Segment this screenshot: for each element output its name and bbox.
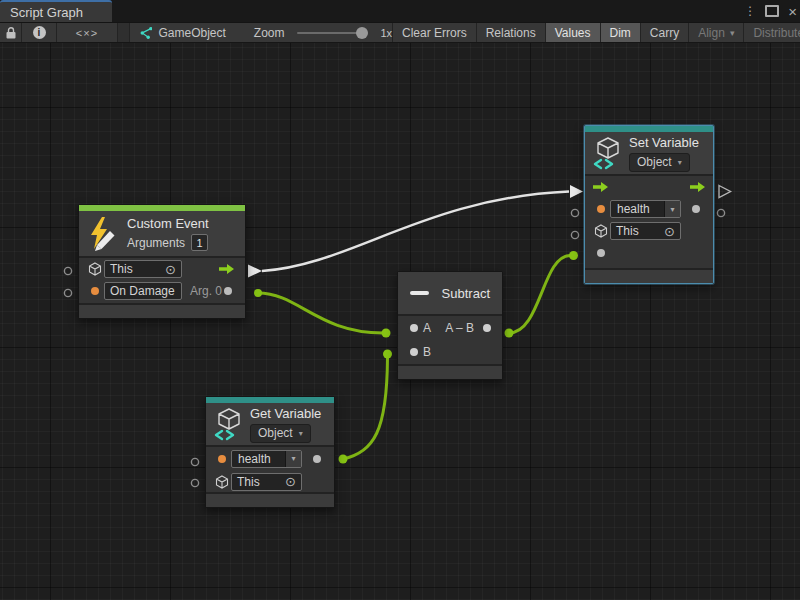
value-output-port[interactable] xyxy=(692,205,700,213)
dropdown-arrow-icon[interactable]: ▾ xyxy=(664,201,680,217)
lock-icon xyxy=(5,26,17,40)
value-port-orange[interactable] xyxy=(91,287,99,295)
scope-dropdown[interactable]: Object ▾ xyxy=(250,424,311,443)
gameobject-label: GameObject xyxy=(158,26,225,40)
dim-button[interactable]: Dim xyxy=(601,23,641,42)
variable-name-dropdown[interactable]: health ▾ xyxy=(610,200,681,218)
values-button[interactable]: Values xyxy=(546,23,601,42)
input-port-a[interactable] xyxy=(410,324,418,332)
zoom-slider[interactable] xyxy=(297,27,367,39)
window-menu-icon[interactable]: ⋮ xyxy=(744,5,756,17)
custom-event-icon xyxy=(87,216,119,252)
maximize-icon[interactable] xyxy=(765,5,779,17)
value-input-port[interactable] xyxy=(597,249,605,257)
object-picker-icon[interactable]: ⊙ xyxy=(660,225,675,238)
align-button[interactable]: Align ▾ xyxy=(689,23,744,42)
set-variable-flow-row xyxy=(585,176,713,198)
node-footer xyxy=(585,268,713,283)
zoom-value: 1x xyxy=(380,27,392,39)
node-set-variable[interactable]: Set Variable Object ▾ health ▾ xyxy=(584,125,714,284)
node-footer xyxy=(79,303,245,318)
clear-errors-label: Clear Errors xyxy=(402,26,467,40)
align-dropdown-icon: ▾ xyxy=(730,28,735,38)
set-variable-header[interactable]: Set Variable Object ▾ xyxy=(585,132,713,176)
zoom-label: Zoom xyxy=(254,26,285,40)
code-view-button[interactable]: <×> xyxy=(57,23,118,42)
flow-out-arrow-icon[interactable] xyxy=(218,263,235,275)
event-name-value: On Damage xyxy=(110,284,175,298)
target-field[interactable]: This ⊙ xyxy=(104,260,182,278)
node-title: Get Variable xyxy=(250,406,321,421)
dropdown-arrow-icon[interactable]: ▾ xyxy=(285,451,301,467)
clear-errors-button[interactable]: Clear Errors xyxy=(393,23,477,42)
variable-name-value: health xyxy=(232,451,285,467)
node-title: Custom Event xyxy=(127,216,209,231)
flow-in-arrow-icon[interactable] xyxy=(592,181,609,193)
object-picker-icon[interactable]: ⊙ xyxy=(161,263,176,276)
value-output-port[interactable] xyxy=(313,455,321,463)
window-controls: ⋮ × xyxy=(744,0,797,22)
dropdown-arrow-icon: ▾ xyxy=(678,158,682,167)
cube-icon xyxy=(215,475,229,489)
arguments-count-field[interactable]: 1 xyxy=(191,234,208,251)
target-value: This xyxy=(616,224,639,238)
toolbar-separator xyxy=(118,23,130,42)
value-port-orange[interactable] xyxy=(218,455,226,463)
node-custom-event[interactable]: Custom Event Arguments 1 This ⊙ xyxy=(78,204,246,319)
input-a-label: A xyxy=(423,321,431,335)
node-footer xyxy=(398,364,502,379)
value-port-orange[interactable] xyxy=(597,205,605,213)
node-get-variable[interactable]: Get Variable Object ▾ health ▾ xyxy=(205,396,335,508)
tab-label: Script Graph xyxy=(10,5,83,20)
node-subtract[interactable]: Subtract A A – B B xyxy=(397,271,503,380)
tab-script-graph[interactable]: Script Graph xyxy=(0,0,112,22)
zoom-slider-handle[interactable] xyxy=(356,27,368,39)
cube-icon xyxy=(88,262,102,276)
align-label: Align xyxy=(698,26,725,40)
distribute-button[interactable]: Distribute ▾ xyxy=(744,23,800,42)
input-b-label: B xyxy=(423,345,431,359)
node-title: Subtract xyxy=(442,286,490,301)
target-value: This xyxy=(110,262,133,276)
distribute-label: Distribute xyxy=(753,26,800,40)
carry-button[interactable]: Carry xyxy=(641,23,689,42)
title-bar: Script Graph ⋮ × xyxy=(0,0,800,22)
scope-value: Object xyxy=(637,155,672,169)
node-footer xyxy=(206,492,334,507)
set-variable-name-row: health ▾ xyxy=(585,198,713,220)
event-name-field[interactable]: On Damage xyxy=(104,282,182,300)
target-field[interactable]: This ⊙ xyxy=(231,473,302,491)
input-port-b[interactable] xyxy=(410,348,418,356)
lock-button[interactable] xyxy=(0,23,22,42)
flow-out-arrow-icon[interactable] xyxy=(689,181,706,193)
code-icon: <×> xyxy=(76,27,98,39)
graph-context-section: GameObject Zoom 1x xyxy=(130,23,393,42)
dim-label: Dim xyxy=(610,26,631,40)
dropdown-arrow-icon: ▾ xyxy=(299,429,303,438)
set-variable-value-row xyxy=(585,242,713,264)
arguments-label: Arguments xyxy=(127,236,185,250)
set-variable-target-row: This ⊙ xyxy=(585,220,713,242)
subtract-header[interactable]: Subtract xyxy=(398,272,502,316)
relations-label: Relations xyxy=(486,26,536,40)
relations-button[interactable]: Relations xyxy=(477,23,546,42)
scope-dropdown[interactable]: Object ▾ xyxy=(629,153,690,172)
scope-value: Object xyxy=(258,426,293,440)
subtract-row-a: A A – B xyxy=(398,316,502,340)
gameobject-graph-icon xyxy=(138,25,152,40)
get-variable-header[interactable]: Get Variable Object ▾ xyxy=(206,403,334,447)
get-variable-name-row: health ▾ xyxy=(206,447,334,470)
object-picker-icon[interactable]: ⊙ xyxy=(281,475,296,488)
custom-event-header[interactable]: Custom Event Arguments 1 xyxy=(79,211,245,258)
arg0-label: Arg. 0 xyxy=(190,284,222,298)
variable-name-value: health xyxy=(611,201,664,217)
arg0-output-port[interactable] xyxy=(224,287,232,295)
info-button[interactable]: i xyxy=(22,23,57,42)
get-variable-target-row: This ⊙ xyxy=(206,470,334,493)
node-title: Set Variable xyxy=(629,135,699,150)
output-port[interactable] xyxy=(483,324,491,332)
target-value: This xyxy=(237,475,260,489)
variable-name-dropdown[interactable]: health ▾ xyxy=(231,450,302,468)
target-field[interactable]: This ⊙ xyxy=(610,222,681,240)
close-icon[interactable]: × xyxy=(788,4,797,19)
